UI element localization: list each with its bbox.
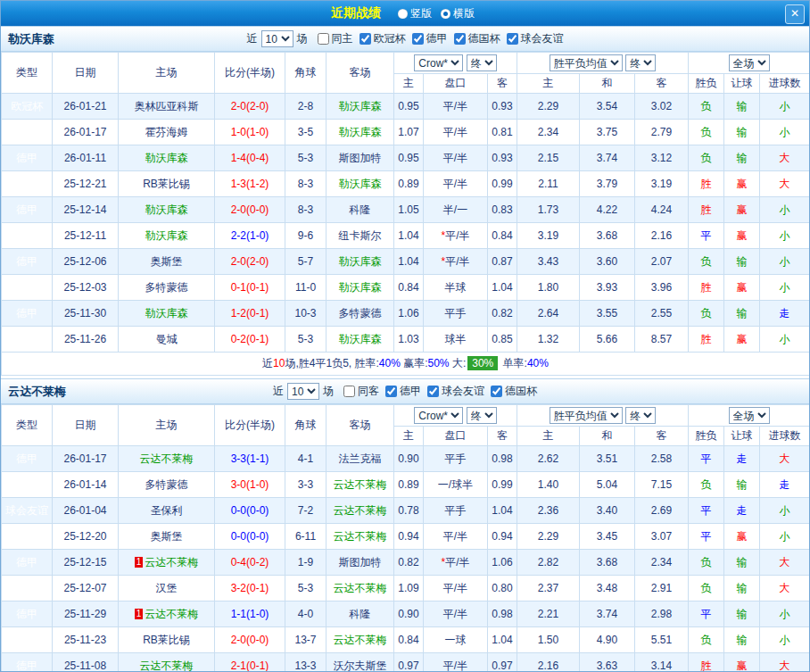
league-badge[interactable]: 德甲 (2, 472, 53, 498)
home-team[interactable]: 曼城 (119, 327, 215, 353)
away-team[interactable]: 勒沃库森 (326, 327, 394, 353)
away-team[interactable]: 勒沃库森 (326, 120, 394, 145)
europe-odds-select[interactable]: 胜平负均值 (550, 54, 623, 71)
home-team[interactable]: 奥斯堡 (119, 249, 215, 275)
recent-count-select[interactable]: 10 (287, 383, 319, 400)
result-wdl: 负 (689, 120, 724, 145)
filter-checkbox[interactable]: 欧冠杯 (360, 31, 406, 46)
league-badge[interactable]: 德甲 (2, 249, 53, 275)
checkbox-input[interactable] (427, 386, 439, 397)
away-team[interactable]: 云达不莱梅 (326, 627, 394, 653)
league-badge[interactable]: 德甲 (2, 550, 53, 576)
away-team[interactable]: 斯图加特 (326, 550, 394, 576)
home-team[interactable]: RB莱比锡 (119, 171, 215, 197)
checkbox-input[interactable] (318, 33, 329, 45)
filter-checkbox[interactable]: 德甲 (412, 31, 448, 46)
home-team[interactable]: 勒沃库森 (119, 301, 215, 327)
league-badge[interactable]: 欧冠杯 (2, 223, 53, 249)
layout-horizontal-radio[interactable]: 横版 (441, 6, 475, 21)
summary-text: 近10场,胜4平1负5, 胜率:40% 赢率:50% 大:30% 单率:40% (2, 353, 810, 376)
checkbox-input[interactable] (360, 33, 371, 45)
recent-count-select[interactable]: 10 (261, 30, 293, 47)
away-team[interactable]: 云达不莱梅 (326, 524, 394, 550)
home-team[interactable]: 霍芬海姆 (119, 120, 215, 145)
home-team[interactable]: 勒沃库森 (119, 223, 215, 249)
europe-odds-select[interactable]: 胜平负均值 (550, 407, 623, 424)
checkbox-input[interactable] (491, 386, 502, 397)
away-team[interactable]: 多特蒙德 (326, 301, 394, 327)
odds-time-select[interactable]: 终 (467, 54, 497, 71)
home-team[interactable]: 勒沃库森 (119, 145, 215, 171)
filter-checkbox[interactable]: 球会友谊 (507, 31, 564, 46)
league-badge[interactable]: 德甲 (2, 197, 53, 223)
odds-time-select[interactable]: 终 (467, 407, 497, 424)
away-team[interactable]: 沃尔夫斯堡 (326, 653, 394, 672)
away-team[interactable]: 云达不莱梅 (326, 498, 394, 524)
filter-checkbox[interactable]: 德国杯 (454, 31, 500, 46)
lose-odds: 2.58 (635, 446, 689, 472)
home-team[interactable]: 奥林匹亚科斯 (119, 94, 215, 120)
away-team[interactable]: 斯图加特 (326, 145, 394, 171)
layout-vertical-radio[interactable]: 竖版 (398, 6, 432, 21)
league-badge[interactable]: 德甲 (2, 627, 53, 653)
league-badge[interactable]: 球会友谊 (2, 498, 53, 524)
checkbox-input[interactable] (507, 33, 518, 45)
home-team[interactable]: 多特蒙德 (119, 472, 215, 498)
league-badge[interactable]: 德甲 (2, 171, 53, 197)
league-badge[interactable]: 德甲 (2, 524, 53, 550)
asian-odds-away: 1.04 (488, 275, 517, 301)
home-team[interactable]: 多特蒙德 (119, 275, 215, 301)
away-team[interactable]: 法兰克福 (326, 446, 394, 472)
checkbox-input[interactable] (385, 386, 397, 397)
away-team[interactable]: 科隆 (326, 197, 394, 223)
league-badge[interactable]: 欧冠杯 (2, 94, 53, 120)
league-badge[interactable]: 德甲 (2, 653, 53, 672)
away-team[interactable]: 勒沃库森 (326, 94, 394, 120)
filter-checkbox[interactable]: 德国杯 (491, 384, 537, 399)
checkbox-input[interactable] (343, 386, 355, 397)
odds-company-select[interactable]: Crow* (414, 54, 463, 71)
home-team[interactable]: 云达不莱梅 (119, 446, 215, 472)
home-team[interactable]: 云达不莱梅 (119, 653, 215, 672)
scope-select[interactable]: 全场 (729, 407, 770, 424)
home-team[interactable]: RB莱比锡 (119, 627, 215, 653)
away-team[interactable]: 勒沃库森 (326, 249, 394, 275)
league-badge[interactable]: 德国杯 (2, 275, 53, 301)
score: 0-0(0-0) (215, 524, 285, 550)
away-team[interactable]: 云达不莱梅 (326, 576, 394, 601)
europe-time-select[interactable]: 终 (625, 407, 656, 424)
odds-company-select[interactable]: Crow* (414, 407, 463, 424)
filter-checkbox[interactable]: 德甲 (385, 384, 421, 399)
league-badge[interactable]: 德甲 (2, 576, 53, 601)
league-badge[interactable]: 德甲 (2, 145, 53, 171)
away-team[interactable]: 纽卡斯尔 (326, 223, 394, 249)
filter-checkbox[interactable]: 同客 (343, 384, 379, 399)
scope-select[interactable]: 全场 (729, 54, 770, 71)
checkbox-input[interactable] (412, 33, 424, 45)
league-badge[interactable]: 德甲 (2, 120, 53, 145)
result-handicap: 输 (724, 627, 760, 653)
away-team[interactable]: 云达不莱梅 (326, 472, 394, 498)
home-team[interactable]: 1云达不莱梅 (119, 550, 215, 576)
league-badge[interactable]: 欧冠杯 (2, 327, 53, 353)
close-icon[interactable]: ✕ (785, 4, 805, 24)
corner-score: 10-3 (285, 301, 326, 327)
filter-checkbox[interactable]: 同主 (318, 31, 353, 46)
league-badge[interactable]: 德甲 (2, 601, 53, 627)
asian-odds-away: 0.82 (488, 301, 517, 327)
home-team[interactable]: 1云达不莱梅 (119, 601, 215, 627)
home-team[interactable]: 勒沃库森 (119, 197, 215, 223)
checkbox-input[interactable] (454, 33, 466, 45)
win-odds: 1.32 (517, 327, 580, 353)
home-team[interactable]: 汉堡 (119, 576, 215, 601)
league-badge[interactable]: 德甲 (2, 301, 53, 327)
away-team[interactable]: 科隆 (326, 601, 394, 627)
europe-time-select[interactable]: 终 (625, 54, 656, 71)
home-team[interactable]: 圣保利 (119, 498, 215, 524)
away-team[interactable]: 勒沃库森 (326, 275, 394, 301)
home-team[interactable]: 奥斯堡 (119, 524, 215, 550)
filter-checkbox[interactable]: 球会友谊 (427, 384, 484, 399)
away-team[interactable]: 勒沃库森 (326, 171, 394, 197)
result-handicap: 赢 (724, 653, 760, 672)
league-badge[interactable]: 德甲 (2, 446, 53, 472)
